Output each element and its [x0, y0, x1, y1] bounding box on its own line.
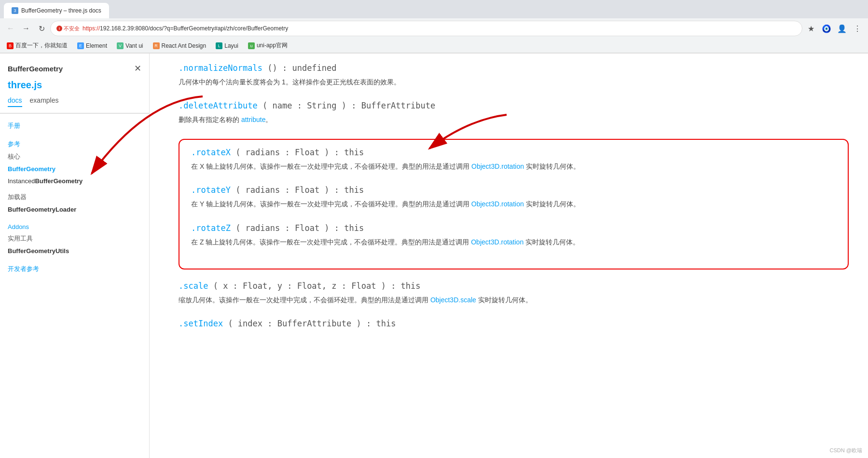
method-normalizeNormals: .normalizeNormals () : undefined 几何体中的每个…	[179, 63, 849, 87]
method-rotateY-signature: .rotateY ( radians : Float ) : this	[191, 185, 836, 195]
address-protocol: https://	[83, 25, 100, 32]
sidebar-close-button[interactable]: ✕	[134, 63, 141, 74]
method-deleteAttribute-signature: .deleteAttribute ( name : String ) : Buf…	[179, 101, 849, 110]
security-label: 不安全	[64, 25, 80, 32]
element-favicon: E	[77, 42, 84, 49]
method-rotateZ-desc: 在 Z 轴上旋转几何体。该操作一般在一次处理中完成，不会循环处理。典型的用法是通…	[191, 237, 836, 247]
bookmark-baidu[interactable]: B 百度一下，你就知道	[4, 40, 70, 51]
method-normalizeNormals-desc: 几何体中的每个法向量长度将会为 1。这样操作会更正光线在表面的效果。	[179, 77, 849, 87]
logo-threejs: three.js	[8, 80, 42, 90]
tab-bar: 3 BufferGeometry – three.js docs	[0, 0, 868, 18]
method-scale-params: ( x : Float, y : Float, z : Float ) : th…	[213, 281, 421, 291]
sidebar-search-label: BufferGeometry	[8, 65, 63, 73]
method-scale-signature: .scale ( x : Float, y : Float, z : Float…	[179, 281, 849, 291]
sidebar-item-buffergeometry[interactable]: BufferGeometry	[0, 163, 149, 175]
method-rotateX-desc: 在 X 轴上旋转几何体。该操作一般在一次处理中完成，不会循环处理。典型的用法是通…	[191, 161, 836, 172]
back-button[interactable]: ←	[4, 22, 17, 35]
bookmark-react-ant-label: React Ant Design	[162, 42, 207, 49]
sidebar: BufferGeometry ✕ three.js docs examples …	[0, 54, 150, 458]
bookmark-vant[interactable]: V Vant ui	[114, 41, 146, 50]
sidebar-header: BufferGeometry ✕	[0, 59, 149, 78]
layui-favicon: L	[216, 42, 222, 49]
main-content: .normalizeNormals () : undefined 几何体中的每个…	[150, 54, 868, 458]
sidebar-section-addons: Addons	[0, 216, 149, 232]
method-deleteAttribute-name[interactable]: .deleteAttribute	[179, 101, 258, 110]
highlighted-region: .rotateX ( radians : Float ) : this 在 X …	[179, 139, 849, 269]
refresh-button[interactable]: ↻	[35, 22, 48, 35]
site-nav-tabs: docs examples	[0, 96, 149, 114]
sidebar-subsection-utils-title: 实用工具	[0, 232, 149, 245]
rotateZ-link[interactable]: Object3D.rotation	[471, 238, 524, 246]
method-normalizeNormals-signature: .normalizeNormals () : undefined	[179, 63, 849, 73]
sidebar-section-reference: 参考	[0, 132, 149, 150]
tab-examples[interactable]: examples	[30, 96, 59, 107]
address-text: https://192.168.2.39:8080/docs/?q=Buffer…	[83, 25, 796, 32]
sidebar-subsection-core: 核心	[0, 150, 149, 163]
method-rotateZ-name[interactable]: .rotateZ	[191, 223, 231, 233]
bookmark-uniapp[interactable]: u uni-app官网	[245, 40, 290, 51]
method-deleteAttribute: .deleteAttribute ( name : String ) : Buf…	[179, 101, 849, 125]
bookmark-vant-label: Vant ui	[125, 42, 143, 49]
site-logo-area: three.js	[0, 78, 149, 96]
method-rotateX-signature: .rotateX ( radians : Float ) : this	[191, 148, 836, 157]
sidebar-section-devref: 开发者参考	[0, 257, 149, 275]
bookmark-baidu-label: 百度一下，你就知道	[15, 41, 68, 50]
method-deleteAttribute-params: ( name : String ) : BufferAttribute	[262, 101, 435, 110]
bookmark-layui-label: Layui	[224, 42, 238, 49]
sidebar-subsection-loader: 加载器	[0, 187, 149, 203]
method-deleteAttribute-desc: 删除具有指定名称的 attribute。	[179, 114, 849, 125]
method-normalizeNormals-params: () : undefined	[267, 63, 336, 73]
bookmark-star-button[interactable]: ★	[804, 22, 818, 35]
bookmark-uniapp-label: uni-app官网	[257, 41, 288, 50]
address-domain: 192.168.2.39:8080/docs/?q=BufferGeometry…	[100, 25, 288, 32]
security-badge: ! 不安全	[56, 25, 80, 32]
highlighted-methods-box: .rotateX ( radians : Float ) : this 在 X …	[179, 139, 849, 269]
sidebar-item-instancedbuffergeometry[interactable]: InstancedBufferGeometry	[0, 175, 149, 187]
bookmark-element-label: Element	[86, 42, 107, 49]
method-scale-name[interactable]: .scale	[179, 281, 208, 291]
method-setIndex-signature: .setIndex ( index : BufferAttribute ) : …	[179, 319, 849, 328]
method-rotateX-params: ( radians : Float ) : this	[235, 148, 364, 157]
bookmark-layui[interactable]: L Layui	[213, 41, 241, 50]
extension-button[interactable]: 🧿	[820, 22, 833, 35]
react-ant-favicon: R	[153, 42, 160, 49]
tab-docs[interactable]: docs	[8, 96, 22, 107]
page-layout: BufferGeometry ✕ three.js docs examples …	[0, 54, 868, 458]
method-rotateZ: .rotateZ ( radians : Float ) : this 在 Z …	[191, 223, 836, 247]
tab-title: BufferGeometry – three.js docs	[21, 7, 101, 14]
method-rotateZ-signature: .rotateZ ( radians : Float ) : this	[191, 223, 836, 233]
forward-button[interactable]: →	[19, 22, 33, 35]
method-rotateY-name[interactable]: .rotateY	[191, 185, 231, 195]
rotateX-link[interactable]: Object3D.rotation	[471, 162, 524, 170]
nav-icons-right: ★ 🧿 👤 ⋮	[804, 22, 864, 35]
method-rotateX: .rotateX ( radians : Float ) : this 在 X …	[191, 148, 836, 172]
bookmark-element[interactable]: E Element	[74, 41, 110, 50]
sidebar-item-buffergeometryutils[interactable]: BufferGeometryUtils	[0, 245, 149, 257]
method-normalizeNormals-name[interactable]: .normalizeNormals	[179, 63, 262, 73]
method-rotateY-desc: 在 Y 轴上旋转几何体。该操作一般在一次处理中完成，不会循环处理。典型的用法是通…	[191, 199, 836, 209]
rotateY-link[interactable]: Object3D.rotation	[471, 200, 524, 208]
sidebar-section-manual: 手册	[0, 114, 149, 132]
profile-button[interactable]: 👤	[835, 22, 849, 35]
method-rotateZ-params: ( radians : Float ) : this	[235, 223, 364, 233]
vant-favicon: V	[117, 42, 124, 49]
menu-button[interactable]: ⋮	[851, 22, 864, 35]
method-setIndex-name[interactable]: .setIndex	[179, 319, 223, 328]
csdn-watermark: CSDN @欧瑞	[830, 447, 862, 454]
bookmark-react-ant[interactable]: R React Ant Design	[150, 41, 209, 50]
method-setIndex: .setIndex ( index : BufferAttribute ) : …	[179, 319, 849, 328]
address-bar[interactable]: ! 不安全 https://192.168.2.39:8080/docs/?q=…	[50, 21, 802, 36]
security-icon: !	[56, 26, 62, 31]
uniapp-favicon: u	[248, 42, 255, 49]
scale-link[interactable]: Object3D.scale	[430, 296, 476, 304]
tab-favicon: 3	[12, 7, 18, 14]
method-setIndex-params: ( index : BufferAttribute ) : this	[228, 319, 396, 328]
attribute-link[interactable]: attribute	[241, 116, 266, 123]
bookmarks-bar: B 百度一下，你就知道 E Element V Vant ui R React …	[0, 39, 868, 53]
method-rotateX-name[interactable]: .rotateX	[191, 148, 231, 157]
sidebar-item-buffergeometryloader[interactable]: BufferGeometryLoader	[0, 203, 149, 216]
browser-tab[interactable]: 3 BufferGeometry – three.js docs	[4, 3, 109, 18]
method-scale-desc: 缩放几何体。该操作一般在一次处理中完成，不会循环处理。典型的用法是通过调用 Ob…	[179, 295, 849, 305]
browser-chrome: 3 BufferGeometry – three.js docs ← → ↻ !…	[0, 0, 868, 54]
method-rotateY-params: ( radians : Float ) : this	[235, 185, 364, 195]
